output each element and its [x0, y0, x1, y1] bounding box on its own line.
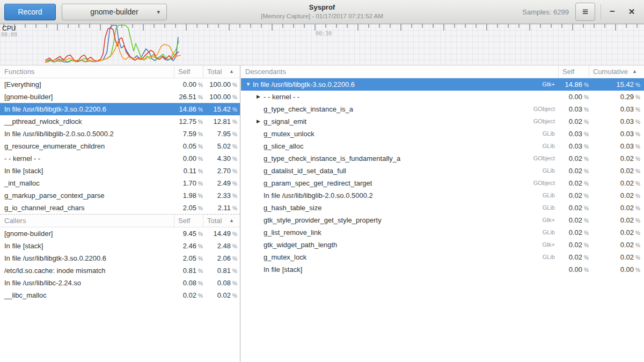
tree-expander-icon[interactable]	[257, 103, 264, 115]
tree-expander-icon[interactable]	[257, 214, 264, 226]
functions-row[interactable]: [gnome-builder] 26.51% 100.00%	[0, 91, 240, 103]
tree-expander-icon[interactable]	[257, 226, 264, 239]
tree-expander-icon[interactable]	[257, 128, 264, 140]
total-percent: 2.70%	[203, 165, 240, 177]
self-percent: 1.70%	[174, 177, 203, 189]
function-name: __pthread_rwlock_rdlock	[0, 115, 174, 128]
descendants-row[interactable]: g_type_check_instance_is_a GObject 0.03%…	[241, 103, 644, 115]
descendant-name: gtk_style_provider_get_style_property	[264, 214, 382, 226]
column-header-callers[interactable]: Callers	[0, 215, 174, 227]
descendants-row[interactable]: g_hash_table_size GLib 0.02% 0.02%	[241, 202, 644, 214]
tree-expander-icon[interactable]	[257, 189, 264, 202]
tree-expander-icon[interactable]: ▶	[257, 115, 264, 128]
process-selector-dropdown[interactable]: gnome-builder ▾	[62, 4, 167, 20]
tree-expander-icon[interactable]	[257, 251, 264, 263]
self-percent: 0.00%	[558, 91, 589, 103]
descendants-row[interactable]: gtk_style_provider_get_style_property Gt…	[241, 214, 644, 226]
descendants-row[interactable]: g_list_remove_link GLib 0.02% 0.02%	[241, 226, 644, 239]
total-percent: 2.49%	[203, 177, 240, 189]
self-percent: 0.00%	[174, 152, 203, 165]
total-percent: 4.30%	[203, 152, 240, 165]
chevron-down-icon: ▾	[157, 4, 160, 20]
function-name: g_resource_enumerate_children	[0, 140, 174, 152]
functions-row[interactable]: In file /usr/lib/libgtk-3.so.0.2200.6 14…	[0, 103, 240, 115]
descendant-name: gtk_widget_path_length	[264, 239, 337, 251]
menu-button[interactable]: ≡	[575, 3, 595, 21]
tree-expander-icon[interactable]	[257, 140, 264, 152]
tree-expander-icon[interactable]: ▶	[257, 91, 264, 103]
callers-row[interactable]: In file /usr/lib/libc-2.24.so 0.08% 0.08…	[0, 277, 240, 289]
column-header-callers-total[interactable]: Total ▲	[203, 215, 240, 227]
timeline-tick-label-mid: 00:30	[316, 31, 332, 36]
tree-expander-icon[interactable]	[257, 263, 264, 276]
caller-name: In file /usr/lib/libc-2.24.so	[0, 277, 174, 289]
descendants-row[interactable]: g_slice_alloc GLib 0.03% 0.03%	[241, 140, 644, 152]
descendants-row[interactable]: g_type_check_instance_is_fundamentally_a…	[241, 152, 644, 165]
descendant-name: g_mutex_unlock	[264, 128, 314, 140]
functions-row[interactable]: g_resource_enumerate_children 0.05% 5.02…	[0, 140, 240, 152]
functions-row[interactable]: In file /usr/lib/libglib-2.0.so.0.5000.2…	[0, 128, 240, 140]
descendants-row[interactable]: g_mutex_unlock GLib 0.03% 0.03%	[241, 128, 644, 140]
minimize-button[interactable]: −	[603, 3, 621, 21]
descendants-row[interactable]: g_param_spec_get_redirect_target GObject…	[241, 177, 644, 189]
tree-expander-icon[interactable]: ▼	[246, 78, 253, 91]
descendants-row[interactable]: ▼ In file /usr/lib/libgtk-3.so.0.2200.6 …	[241, 78, 644, 91]
total-percent: 2.11%	[203, 202, 240, 214]
functions-row[interactable]: _int_malloc 1.70% 2.49%	[0, 177, 240, 189]
library-tag: GLib	[515, 140, 558, 152]
column-header-descendants-cumulative[interactable]: Cumulative ▲	[589, 65, 644, 78]
self-percent: 0.02%	[558, 152, 589, 165]
descendants-row[interactable]: ▶ - - kernel - - 0.00% 0.29%	[241, 91, 644, 103]
library-tag: GLib	[515, 202, 558, 214]
tree-expander-icon[interactable]	[257, 165, 264, 177]
cumulative-percent: 0.02%	[589, 239, 644, 251]
function-name: g_io_channel_read_chars	[0, 202, 174, 214]
functions-row[interactable]: g_markup_parse_context_parse 1.98% 2.33%	[0, 189, 240, 202]
column-header-callers-self[interactable]: Self	[174, 215, 203, 227]
descendants-row[interactable]: g_datalist_id_set_data_full GLib 0.02% 0…	[241, 165, 644, 177]
callers-row[interactable]: /etc/ld.so.cache: inode mismatch 0.81% 0…	[0, 264, 240, 277]
functions-row[interactable]: In file [stack] 0.11% 2.70%	[0, 165, 240, 177]
sort-ascending-icon: ▲	[632, 65, 637, 78]
window-title: Sysprof	[177, 3, 467, 12]
descendants-row[interactable]: ▶ g_signal_emit GObject 0.02% 0.03%	[241, 115, 644, 128]
library-tag	[515, 91, 558, 103]
callers-row[interactable]: __libc_malloc 0.02% 0.02%	[0, 289, 240, 301]
tree-expander-icon[interactable]	[257, 177, 264, 189]
tree-expander-icon[interactable]	[257, 239, 264, 251]
self-percent: 1.98%	[174, 189, 203, 202]
column-header-functions[interactable]: Functions	[0, 65, 174, 78]
column-header-descendants-self[interactable]: Self	[558, 65, 589, 78]
callers-row[interactable]: In file /usr/lib/libgtk-3.so.0.2200.6 2.…	[0, 252, 240, 264]
callers-row[interactable]: [gnome-builder] 9.45% 14.49%	[0, 227, 240, 240]
cumulative-percent: 0.02%	[589, 202, 644, 214]
functions-row[interactable]: g_io_channel_read_chars 2.05% 2.11%	[0, 202, 240, 214]
descendants-row[interactable]: In file /usr/lib/libglib-2.0.so.0.5000.2…	[241, 189, 644, 202]
record-button[interactable]: Record	[4, 4, 56, 20]
total-percent: 7.95%	[203, 128, 240, 140]
self-percent: 0.03%	[558, 103, 589, 115]
self-percent: 14.86%	[174, 103, 203, 115]
tree-expander-icon[interactable]	[257, 152, 264, 165]
column-header-functions-self[interactable]: Self	[174, 65, 203, 78]
descendants-row[interactable]: gtk_widget_path_length Gtk+ 0.02% 0.02%	[241, 239, 644, 251]
function-name: [Everything]	[0, 78, 174, 91]
descendants-table-header: Descendants Self Cumulative ▲	[241, 65, 644, 78]
descendants-row[interactable]: g_mutex_lock GLib 0.02% 0.02%	[241, 251, 644, 263]
callers-row[interactable]: In file [stack] 2.46% 2.48%	[0, 240, 240, 252]
column-header-descendants[interactable]: Descendants	[241, 65, 558, 78]
self-percent: 14.86%	[558, 78, 589, 91]
descendants-row[interactable]: In file [stack] 0.00% 0.00%	[241, 263, 644, 276]
self-percent: 2.46%	[174, 240, 203, 252]
close-button[interactable]: ✕	[623, 3, 641, 21]
cumulative-percent: 0.00%	[589, 263, 644, 276]
column-header-functions-total[interactable]: Total ▲	[203, 65, 240, 78]
cumulative-percent: 0.02%	[589, 189, 644, 202]
functions-row[interactable]: [Everything] 0.00% 100.00%	[0, 78, 240, 91]
function-name: g_markup_parse_context_parse	[0, 189, 174, 202]
tree-expander-icon[interactable]	[257, 202, 264, 214]
functions-row[interactable]: - - kernel - - 0.00% 4.30%	[0, 152, 240, 165]
self-percent: 0.02%	[558, 189, 589, 202]
functions-row[interactable]: __pthread_rwlock_rdlock 12.75% 12.81%	[0, 115, 240, 128]
cpu-timeline[interactable]: CPU 00:00 00:30	[0, 24, 644, 65]
